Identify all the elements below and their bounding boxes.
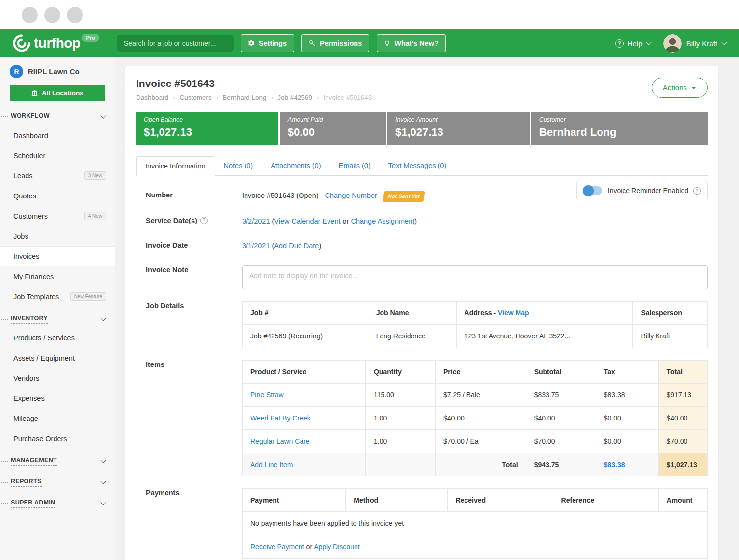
- sidebar-item-leads[interactable]: Leads3 New: [0, 166, 115, 186]
- product-link[interactable]: Weed Eat By Creek: [250, 414, 311, 422]
- item-price: $40.00: [436, 407, 526, 430]
- topbar-right: ? Help Billy Kraft: [615, 34, 726, 53]
- help-menu[interactable]: ? Help: [615, 39, 651, 48]
- sidebar-item-products-services[interactable]: Products / Services: [0, 328, 115, 348]
- breadcrumb-customers[interactable]: Customers: [168, 94, 212, 101]
- invoice-amount-tile: Invoice Amount $1,027.13: [387, 112, 530, 145]
- job-address-cell: 123 1st Avenue, Hoover AL 3522...: [456, 325, 633, 348]
- tab-attachments[interactable]: Attachments (0): [262, 156, 329, 176]
- drag-dots-icon: [1, 482, 8, 483]
- building-icon: [31, 90, 38, 96]
- item-quantity: 1.00: [365, 430, 435, 453]
- or-word: or: [343, 217, 349, 225]
- tab-text-messages[interactable]: Text Messages (0): [380, 156, 455, 176]
- service-date-link[interactable]: 3/2/2021: [242, 217, 270, 225]
- sidebar-item-quotes[interactable]: Quotes: [0, 186, 115, 206]
- receive-payment-link[interactable]: Receive Payment: [250, 543, 304, 551]
- items-subtotal-value: $943.75: [526, 453, 596, 476]
- drag-dots-icon: [1, 461, 8, 462]
- sidebar-item-mileage[interactable]: Mileage: [0, 408, 115, 428]
- breadcrumb-customer-name[interactable]: Bernhard Long: [212, 94, 267, 101]
- all-locations-button[interactable]: All Locations: [10, 85, 105, 101]
- sidebar-item-customers[interactable]: Customers4 New: [0, 206, 115, 226]
- user-menu[interactable]: Billy Kraft: [686, 39, 726, 48]
- sidebar-section-reports[interactable]: REPORTS: [0, 473, 115, 491]
- item-total: $70.00: [658, 430, 707, 453]
- search-input[interactable]: [117, 35, 234, 52]
- pro-badge: Pro: [82, 34, 99, 42]
- sidebar-section-super-admin[interactable]: SUPER ADMIN: [0, 494, 115, 512]
- tile-label: Customer: [539, 116, 700, 123]
- sidebar-item-assets-equipment[interactable]: Assets / Equipment: [0, 348, 115, 368]
- view-map-link[interactable]: View Map: [498, 309, 529, 317]
- product-link[interactable]: Pine Straw: [250, 391, 284, 399]
- sidebar-section-workflow[interactable]: WORKFLOW: [0, 107, 115, 125]
- items-table: Product / Service Quantity Price Subtota…: [242, 360, 708, 476]
- user-avatar[interactable]: [663, 34, 682, 53]
- invoice-reminder-toggle[interactable]: [583, 186, 602, 195]
- settings-button[interactable]: Settings: [241, 34, 294, 52]
- job-name-header: Job Name: [368, 301, 456, 324]
- apply-discount-link[interactable]: Apply Discount: [314, 543, 359, 551]
- items-footer-row: Add Line Item Total $943.75 $83.38 $1,02…: [243, 453, 708, 476]
- breadcrumb-dashboard[interactable]: Dashboard: [136, 94, 168, 101]
- tile-label: Amount Paid: [288, 116, 378, 123]
- product-link[interactable]: Regular Lawn Care: [250, 437, 310, 445]
- sidebar-item-vendors[interactable]: Vendors: [0, 368, 115, 388]
- quantity-header: Quantity: [365, 360, 435, 383]
- breadcrumb-job[interactable]: Job #42569: [267, 94, 312, 101]
- sidebar-item-scheduler[interactable]: Scheduler: [0, 145, 115, 166]
- actions-button[interactable]: Actions: [652, 78, 708, 98]
- company-row[interactable]: R RIIPL Lawn Co: [0, 57, 115, 84]
- sidebar-item-invoices[interactable]: Invoices: [0, 246, 115, 266]
- sidebar-item-purchase-orders[interactable]: Purchase Orders: [0, 428, 115, 448]
- company-avatar: R: [10, 65, 23, 78]
- sidebar-section-management[interactable]: MANAGEMENT: [0, 451, 115, 470]
- tab-invoice-information[interactable]: Invoice Information: [136, 156, 215, 176]
- change-assignment-link[interactable]: Change Assignment: [351, 217, 414, 225]
- sidebar-item-expenses[interactable]: Expenses: [0, 388, 115, 408]
- nav-label: Vendors: [13, 374, 39, 382]
- items-tax-value-link[interactable]: $83.38: [604, 461, 625, 469]
- subtotal-header: Subtotal: [526, 360, 596, 383]
- tab-notes[interactable]: Notes (0): [215, 156, 262, 176]
- tile-value: Bernhard Long: [539, 126, 700, 139]
- add-line-item-link[interactable]: Add Line Item: [250, 461, 293, 469]
- all-locations-label: All Locations: [42, 89, 83, 97]
- item-tax: $83.38: [596, 383, 658, 406]
- invoice-note-input[interactable]: [242, 265, 708, 289]
- drag-dots-icon: [1, 319, 8, 320]
- invoice-reminder-control: Invoice Reminder Enabled ?: [576, 181, 708, 200]
- nav-label: Mileage: [13, 415, 38, 422]
- change-number-link[interactable]: Change Number: [325, 192, 377, 199]
- sidebar-section-inventory[interactable]: INVENTORY: [0, 309, 115, 328]
- add-due-date-link[interactable]: Add Due Date: [274, 242, 319, 250]
- invoice-date-row: Invoice Date 3/1/2021 (Add Due Date): [136, 241, 708, 251]
- sidebar-item-my-finances[interactable]: My Finances: [0, 266, 115, 286]
- sidebar-item-dashboard[interactable]: Dashboard: [0, 125, 115, 145]
- new-count-badge: 3 New: [84, 171, 106, 180]
- chevron-down-icon: [721, 39, 727, 45]
- item-row: Pine Straw 115.00 $7.25 / Bale $833.75 $…: [243, 383, 708, 406]
- paren: ): [414, 217, 417, 225]
- invoice-date-label: Invoice Date: [136, 241, 242, 249]
- payments-row: Payments Payment Method Received Referen…: [136, 488, 708, 559]
- user-name: Billy Kraft: [686, 39, 717, 48]
- company-name: RIIPL Lawn Co: [28, 67, 80, 76]
- sidebar-item-job-templates[interactable]: Job TemplatesNew Feature: [0, 286, 115, 307]
- tab-emails[interactable]: Emails (0): [330, 156, 380, 176]
- help-icon[interactable]: ?: [693, 187, 701, 195]
- whats-new-button[interactable]: What's New?: [377, 34, 446, 52]
- invoice-date-link[interactable]: 3/1/2021: [242, 242, 270, 250]
- sidebar-item-jobs[interactable]: Jobs: [0, 226, 115, 246]
- job-number-header: Job #: [243, 301, 368, 324]
- permissions-button[interactable]: Permissions: [301, 34, 369, 52]
- customer-tile: Customer Bernhard Long: [531, 112, 708, 145]
- view-calendar-event-link[interactable]: View Calendar Event: [274, 217, 340, 225]
- items-grand-total: $1,027.13: [658, 453, 707, 476]
- turfhop-logo[interactable]: turfhop Pro: [13, 34, 99, 52]
- help-icon[interactable]: ?: [200, 217, 208, 224]
- window-dot: [22, 7, 38, 23]
- nav-label: Assets / Equipment: [13, 354, 75, 362]
- address-header: Address - View Map: [456, 301, 633, 324]
